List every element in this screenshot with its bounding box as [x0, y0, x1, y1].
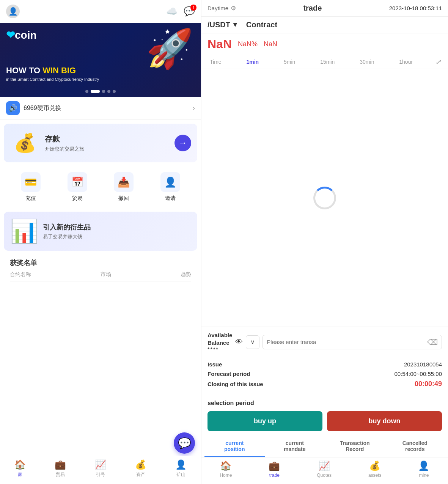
- download-icon[interactable]: ☁️: [166, 6, 178, 17]
- issue-label: Issue: [207, 361, 222, 368]
- nav-mine-label: 矿山: [176, 471, 185, 478]
- logo: ❤coin: [6, 29, 37, 41]
- promo-subtitle: 开始您的交易之旅: [45, 146, 170, 152]
- dot: [113, 90, 116, 93]
- balance-row: AvailableBalance **** 👁 ∨ ⌫: [201, 327, 448, 357]
- nav-assets[interactable]: 💰 资产: [135, 459, 146, 478]
- feature-title: 引入新的衍生品: [43, 223, 91, 232]
- dropdown-button[interactable]: ∨: [246, 335, 259, 349]
- rnav-trade[interactable]: 💼 trade: [269, 460, 280, 478]
- recharge-label: 充值: [25, 195, 36, 202]
- rnav-trade-label: trade: [269, 473, 280, 478]
- banner-dots: [85, 90, 116, 93]
- tab-time[interactable]: Time: [207, 57, 224, 66]
- eye-icon[interactable]: 👁: [235, 338, 243, 346]
- left-top-bar: 👤 ☁️ 💬 1: [0, 0, 201, 23]
- right-bottom-nav: 🏠 Home 💼 trade 📈 Quotes 💰 assets 👤 mine: [201, 457, 448, 484]
- tab-current-mandate[interactable]: currentmandate: [265, 436, 325, 457]
- tabs-row: currentposition currentmandate Transacti…: [201, 436, 448, 457]
- right-top-left: Daytime ⚙: [207, 5, 236, 12]
- rnav-home[interactable]: 🏠 Home: [220, 460, 232, 478]
- rnav-assets[interactable]: 💰 assets: [368, 460, 382, 478]
- nav-home-label: 家: [18, 471, 22, 478]
- dot-active: [91, 90, 100, 93]
- feature-banner: 📊 引入新的衍生品 易于交易并赚大钱: [4, 212, 197, 251]
- rnav-mine[interactable]: 👤 mine: [418, 460, 429, 478]
- invite-button[interactable]: 👤 邀请: [160, 172, 180, 202]
- selection-section: selection period buy up buy down: [201, 395, 448, 436]
- promo-button[interactable]: →: [174, 135, 191, 151]
- top-bar-right: ☁️ 💬 1: [166, 6, 195, 17]
- contract-label: Contract: [246, 20, 277, 29]
- nav-trade[interactable]: 💼 贸易: [55, 459, 66, 478]
- rnav-trade-icon: 💼: [269, 460, 280, 471]
- rnav-mine-label: mine: [419, 473, 429, 478]
- selection-label: selection period: [207, 400, 442, 407]
- nav-home[interactable]: 🏠 家: [14, 459, 26, 478]
- message-icon[interactable]: 💬 1: [184, 6, 195, 17]
- amount-input[interactable]: [267, 339, 427, 345]
- closing-label: Closing of this issue: [207, 381, 263, 387]
- balance-label: AvailableBalance: [207, 332, 232, 346]
- buy-up-button[interactable]: buy up: [207, 411, 322, 431]
- expand-icon[interactable]: ⤢: [435, 57, 442, 66]
- clear-button[interactable]: ⌫: [427, 338, 438, 347]
- tab-current-position[interactable]: currentposition: [204, 436, 265, 457]
- winners-title: 获奖名单: [10, 258, 191, 267]
- right-panel: Daytime ⚙ trade 2023-10-18 00:53:11 /USD…: [201, 0, 448, 484]
- pair-selector[interactable]: /USDT ▼: [207, 20, 239, 29]
- rnav-quotes-icon: 📈: [319, 460, 330, 471]
- rocket-icon: 🚀: [146, 27, 193, 71]
- trade-button[interactable]: 📅 贸易: [68, 172, 87, 202]
- nav-assets-label: 资产: [136, 471, 145, 478]
- tab-current-mandate-label: currentmandate: [284, 440, 306, 452]
- buy-down-button[interactable]: buy down: [327, 411, 442, 431]
- trade-buttons: buy up buy down: [207, 411, 442, 431]
- tab-1min[interactable]: 1min: [244, 57, 261, 66]
- nav-mine[interactable]: 👤 矿山: [175, 459, 187, 478]
- pair-name: /USDT: [207, 20, 230, 29]
- trade-title: trade: [303, 4, 322, 13]
- rnav-home-label: Home: [220, 473, 232, 478]
- home-icon: 🏠: [14, 459, 26, 470]
- tab-15min[interactable]: 15min: [318, 57, 337, 66]
- left-bottom-nav: 🏠 家 💼 贸易 📈 引号 💰 资产 👤 矿山: [0, 456, 201, 484]
- chat-fab-button[interactable]: 💬: [174, 432, 195, 454]
- tab-transaction-record[interactable]: TransactionRecord: [325, 436, 385, 457]
- recharge-button[interactable]: 💳 充值: [21, 172, 41, 202]
- col-trend: 趋势: [181, 271, 191, 278]
- winners-section: 获奖名单 合约名称 市场 趋势: [4, 255, 197, 285]
- promo-content: 存款 开始您的交易之旅: [45, 134, 170, 152]
- loading-spinner: [313, 187, 336, 209]
- settings-icon[interactable]: ⚙: [231, 5, 236, 12]
- tab-5min[interactable]: 5min: [281, 57, 297, 66]
- amount-input-wrap: ⌫: [263, 335, 442, 349]
- tab-30min[interactable]: 30min: [357, 57, 376, 66]
- notice-bar[interactable]: 🔊 6969硬币兑换 ›: [0, 97, 201, 120]
- promo-banner: ❤coin HOW TO WIN BIG in the Smart Contra…: [0, 23, 201, 97]
- closing-row: Closing of this issue 00:00:49: [207, 380, 442, 388]
- left-panel: 👤 ☁️ 💬 1 ❤coin HOW TO WIN BIG in the Sma…: [0, 0, 201, 484]
- price-val: NaN: [264, 40, 277, 48]
- speaker-icon: 🔊: [6, 101, 20, 115]
- invite-icon: 👤: [160, 172, 180, 192]
- avatar[interactable]: 👤: [6, 5, 20, 18]
- rnav-quotes[interactable]: 📈 Quotes: [317, 460, 332, 478]
- rnav-assets-label: assets: [368, 473, 382, 478]
- issue-value: 202310180054: [404, 361, 442, 368]
- withdraw-label: 撤回: [118, 195, 129, 202]
- feature-content: 引入新的衍生品 易于交易并赚大钱: [43, 223, 91, 240]
- notification-badge: 1: [190, 5, 196, 11]
- tab-cancelled-records[interactable]: Cancelledrecords: [385, 436, 445, 457]
- tab-current-position-label: currentposition: [224, 440, 245, 452]
- withdraw-button[interactable]: 📥 撤回: [114, 172, 134, 202]
- invite-label: 邀请: [165, 195, 176, 202]
- winners-header: 合约名称 市场 趋势: [10, 271, 191, 281]
- price-pct: NaN%: [238, 40, 258, 48]
- nav-quotes[interactable]: 📈 引号: [95, 459, 106, 478]
- icon-grid: 💳 充值 📅 贸易 📥 撤回 👤 邀请: [4, 166, 197, 208]
- balance-stars: ****: [207, 346, 232, 352]
- tab-1hour[interactable]: 1hour: [397, 57, 415, 66]
- assets-icon: 💰: [135, 459, 146, 470]
- time-tabs: Time 1min 5min 15min 30min 1hour ⤢: [201, 55, 448, 69]
